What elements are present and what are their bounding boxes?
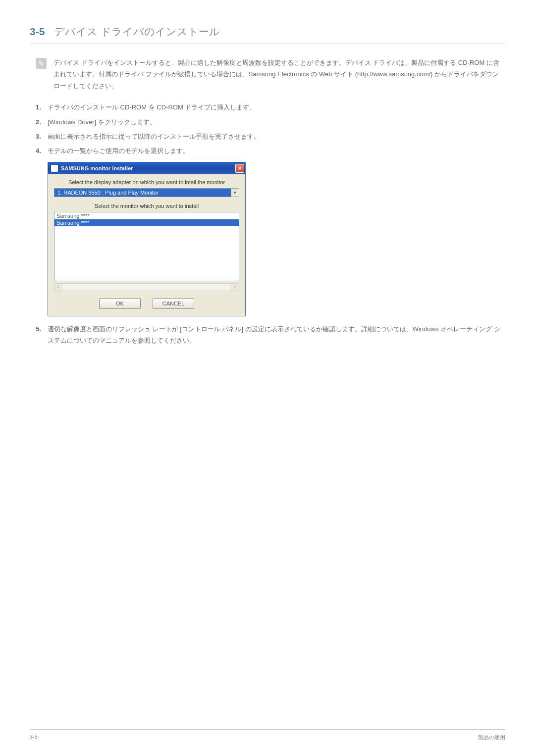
- installer-dialog: SAMSUNG monitor installer × Select the d…: [48, 162, 246, 316]
- step-item: 5. 適切な解像度と画面のリフレッシュ レートが [コントロール パネル] の設…: [36, 323, 505, 347]
- steps-list: 1. ドライバのインストール CD-ROM を CD-ROM ドライブに挿入しま…: [30, 101, 505, 157]
- app-icon: [51, 165, 58, 172]
- close-button[interactable]: ×: [235, 164, 244, 173]
- section-title: デバイス ドライバのインストール: [54, 26, 220, 37]
- page-heading: 3-5 デバイス ドライバのインストール: [30, 25, 505, 44]
- step-text: [Windows Driver] をクリックします。: [48, 116, 505, 128]
- window-title: SAMSUNG monitor installer: [61, 165, 133, 171]
- scroll-left-icon[interactable]: ‹: [54, 284, 62, 291]
- footer-page-number: 3-5: [30, 734, 38, 741]
- section-number: 3-5: [30, 26, 45, 37]
- scroll-right-icon[interactable]: ›: [231, 284, 239, 291]
- adapter-prompt: Select the display adapter on which you …: [54, 179, 239, 185]
- footer-section-name: 製品の使用: [478, 734, 505, 741]
- step-text: ドライバのインストール CD-ROM を CD-ROM ドライブに挿入します。: [48, 101, 505, 113]
- step-number: 2.: [36, 116, 48, 128]
- chevron-down-icon[interactable]: ▾: [231, 189, 239, 197]
- list-item[interactable]: Samsung ****: [54, 219, 239, 226]
- cancel-button[interactable]: CANCEL: [153, 298, 194, 309]
- monitor-listbox[interactable]: Samsung **** Samsung ****: [54, 212, 239, 281]
- step-text: モデルの一覧からご使用のモデルを選択します。: [48, 145, 505, 156]
- adapter-value: 1. RADEON 9550 : Plug and Play Monitor: [54, 189, 231, 197]
- step-text: 適切な解像度と画面のリフレッシュ レートが [コントロール パネル] の設定に表…: [48, 323, 505, 347]
- monitor-prompt: Select the monitor which you want to ins…: [54, 203, 239, 209]
- titlebar[interactable]: SAMSUNG monitor installer ×: [48, 162, 245, 174]
- step-number: 1.: [36, 101, 48, 113]
- step-number: 3.: [36, 131, 48, 142]
- steps-list-continued: 5. 適切な解像度と画面のリフレッシュ レートが [コントロール パネル] の設…: [30, 323, 505, 347]
- step-item: 1. ドライバのインストール CD-ROM を CD-ROM ドライブに挿入しま…: [36, 101, 505, 113]
- horizontal-scrollbar[interactable]: ‹ ›: [54, 283, 239, 291]
- note-callout: ✎ デバイス ドライバをインストールすると、製品に適した解像度と周波数を設定する…: [30, 57, 505, 92]
- note-icon: ✎: [36, 58, 47, 69]
- scroll-track[interactable]: [62, 284, 231, 291]
- step-item: 4. モデルの一覧からご使用のモデルを選択します。: [36, 145, 505, 156]
- step-number: 5.: [36, 323, 48, 335]
- step-item: 2. [Windows Driver] をクリックします。: [36, 116, 505, 128]
- adapter-dropdown[interactable]: 1. RADEON 9550 : Plug and Play Monitor ▾: [54, 188, 239, 197]
- page-footer: 3-5 製品の使用: [30, 729, 505, 741]
- step-number: 4.: [36, 145, 48, 156]
- ok-button[interactable]: OK: [99, 298, 141, 309]
- step-text: 画面に表示される指示に従って以降のインストール手順を完了させます。: [48, 131, 505, 142]
- note-text: デバイス ドライバをインストールすると、製品に適した解像度と周波数を設定すること…: [54, 57, 505, 92]
- step-item: 3. 画面に表示される指示に従って以降のインストール手順を完了させます。: [36, 131, 505, 142]
- list-item[interactable]: Samsung ****: [54, 212, 239, 219]
